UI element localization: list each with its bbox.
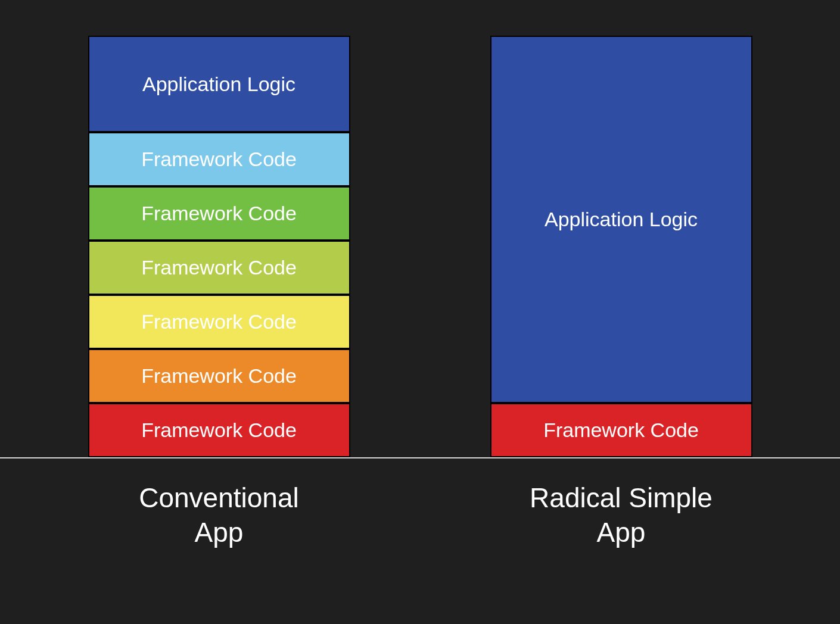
conventional-layer-app-logic: Application Logic xyxy=(88,36,350,132)
conventional-label: ConventionalApp xyxy=(88,481,350,550)
conventional-layer-framework-4: Framework Code xyxy=(88,295,350,349)
radical-layer-framework-1: Framework Code xyxy=(490,403,752,457)
conventional-layer-framework-2: Framework Code xyxy=(88,186,350,241)
radical-label: Radical SimpleApp xyxy=(490,481,752,550)
radical-layer-app-logic: Application Logic xyxy=(490,36,752,403)
baseline-divider xyxy=(0,457,840,458)
conventional-layer-framework-1: Framework Code xyxy=(88,132,350,186)
diagram-container: Application Logic Framework Code Framewo… xyxy=(0,0,840,457)
conventional-layer-framework-3: Framework Code xyxy=(88,241,350,295)
labels-row: ConventionalApp Radical SimpleApp xyxy=(0,481,840,550)
radical-stack: Application Logic Framework Code xyxy=(490,36,752,457)
conventional-layer-framework-6: Framework Code xyxy=(88,403,350,457)
conventional-stack: Application Logic Framework Code Framewo… xyxy=(88,36,350,457)
conventional-layer-framework-5: Framework Code xyxy=(88,349,350,403)
